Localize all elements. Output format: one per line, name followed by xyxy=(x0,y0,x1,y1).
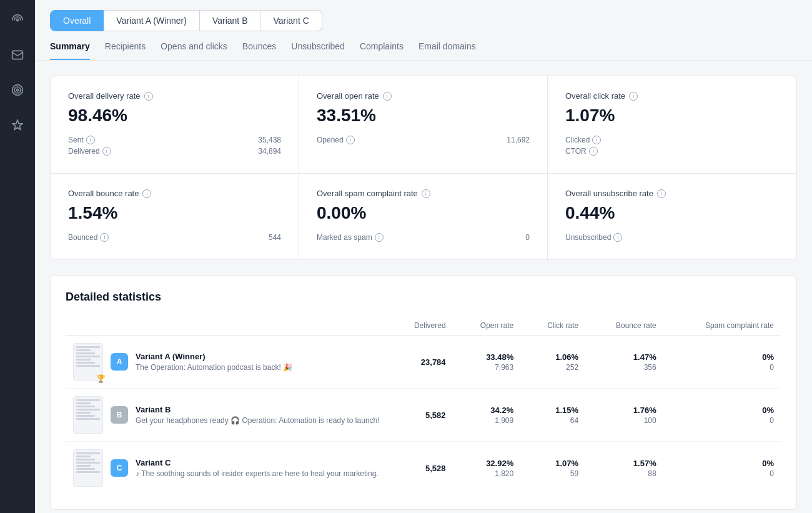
spam-label: Marked as spam xyxy=(317,233,372,242)
variant-b-thumbnail xyxy=(73,396,103,434)
metric-sent-row: Sent i 35,438 xyxy=(68,136,281,144)
sent-info-icon[interactable]: i xyxy=(86,136,95,144)
spam-rate-info-icon[interactable]: i xyxy=(422,189,430,198)
subtab-email-domains[interactable]: Email domains xyxy=(418,41,476,60)
subtab-summary[interactable]: Summary xyxy=(50,41,90,60)
table-row: 🏆 A Variant A (Winner) The Operation: Au… xyxy=(66,336,781,389)
svg-point-4 xyxy=(16,89,18,91)
svg-point-3 xyxy=(14,87,21,93)
subtab-opens-clicks[interactable]: Opens and clicks xyxy=(161,41,227,60)
unsub-info-icon[interactable]: i xyxy=(613,233,622,242)
clicked-info-icon[interactable]: i xyxy=(592,136,601,144)
subtab-complaints[interactable]: Complaints xyxy=(360,41,404,60)
metric-open-value: 33.51% xyxy=(317,106,530,126)
tab-variant-c[interactable]: Variant C xyxy=(260,10,322,31)
variant-b-click-rate: 1.15% 64 xyxy=(521,389,586,442)
svg-point-0 xyxy=(16,19,18,21)
metric-opened-row: Opened i 11,692 xyxy=(317,136,530,144)
metric-click-rate: Overall click rate i 1.07% Clicked i CTO xyxy=(548,76,796,173)
email-icon[interactable] xyxy=(7,45,27,65)
main-content: Overall Variant A (Winner) Variant B Var… xyxy=(35,0,812,513)
metric-clicked-row: Clicked i xyxy=(565,136,779,144)
broadcast-icon[interactable] xyxy=(7,10,27,30)
delivered-label: Delivered xyxy=(68,147,100,156)
tab-overall[interactable]: Overall xyxy=(50,10,104,31)
variant-c-spam-rate: 0% 0 xyxy=(664,442,781,495)
sub-tabs: Summary Recipients Opens and clicks Boun… xyxy=(35,31,812,61)
clicked-label: Clicked xyxy=(565,136,590,144)
bounce-rate-info-icon[interactable]: i xyxy=(142,189,151,198)
ctor-info-icon[interactable]: i xyxy=(589,147,598,156)
variant-b-delivered: 5,582 xyxy=(388,389,453,442)
bounced-value: 544 xyxy=(269,233,281,242)
metric-spam-value: 0.00% xyxy=(317,203,530,223)
section-title: Detailed statistics xyxy=(66,291,781,304)
variant-tabs: Overall Variant A (Winner) Variant B Var… xyxy=(35,0,812,31)
metrics-card: Overall delivery rate i 98.46% Sent i 35… xyxy=(50,76,797,260)
svg-rect-1 xyxy=(12,51,23,59)
variant-b-name: Variant B xyxy=(136,405,380,414)
metric-spam-rate: Overall spam complaint rate i 0.00% Mark… xyxy=(299,174,548,259)
target-icon[interactable] xyxy=(7,80,27,100)
opened-label: Opened xyxy=(317,136,344,144)
subtab-recipients[interactable]: Recipients xyxy=(105,41,146,60)
metric-unsub-value: 0.44% xyxy=(565,203,779,223)
delivered-info-icon[interactable]: i xyxy=(102,147,111,156)
variant-a-badge: A xyxy=(111,353,128,371)
variant-b-open-rate: 34.2% 1,909 xyxy=(453,389,522,442)
metric-spam-label: Overall spam complaint rate i xyxy=(317,189,530,198)
metric-bounce-label: Overall bounce rate i xyxy=(68,189,281,198)
subtab-unsubscribed[interactable]: Unsubscribed xyxy=(291,41,345,60)
metric-open-rate: Overall open rate i 33.51% Opened i 11,6… xyxy=(299,76,548,173)
click-rate-info-icon[interactable]: i xyxy=(629,92,638,101)
unsub-rate-info-icon[interactable]: i xyxy=(657,189,666,198)
variant-c-open-rate: 32.92% 1,820 xyxy=(453,442,522,495)
variant-b-bounce-rate: 1.76% 100 xyxy=(586,389,664,442)
tab-variant-a[interactable]: Variant A (Winner) xyxy=(104,10,200,31)
metric-delivered-row: Delivered i 34,894 xyxy=(68,147,281,156)
metric-delivery-label: Overall delivery rate i xyxy=(68,91,281,101)
opened-info-icon[interactable]: i xyxy=(346,136,355,144)
variant-c-thumbnail xyxy=(73,449,103,487)
variant-c-bounce-rate: 1.57% 88 xyxy=(586,442,664,495)
opened-value: 11,692 xyxy=(507,136,530,144)
variant-c-delivered: 5,528 xyxy=(388,442,453,495)
metric-ctor-row: CTOR i xyxy=(565,147,779,156)
col-bounce-rate: Bounce rate xyxy=(586,316,664,336)
table-header-row: Delivered Open rate Click rate Bounce ra… xyxy=(66,316,781,336)
sent-value: 35,438 xyxy=(258,136,281,144)
bounced-label: Bounced xyxy=(68,233,97,242)
detailed-statistics: Detailed statistics Delivered Open rate … xyxy=(50,275,797,510)
variant-c-cell: C Variant C ♪ The soothing sounds of ins… xyxy=(66,442,388,495)
variant-a-click-rate: 1.06% 252 xyxy=(521,336,586,389)
metric-delivery-value: 98.46% xyxy=(68,106,281,126)
metrics-row-1: Overall delivery rate i 98.46% Sent i 35… xyxy=(51,76,796,174)
variant-a-delivered: 23,784 xyxy=(388,336,453,389)
metric-click-label: Overall click rate i xyxy=(565,91,779,101)
stats-table: Delivered Open rate Click rate Bounce ra… xyxy=(66,316,781,494)
variant-c-click-rate: 1.07% 59 xyxy=(521,442,586,495)
table-row: B Variant B Get your headphones ready 🎧 … xyxy=(66,389,781,442)
metric-unsub-rate: Overall unsubscribe rate i 0.44% Unsubsc… xyxy=(548,174,796,259)
delivered-value: 34,894 xyxy=(258,147,281,156)
metric-open-label: Overall open rate i xyxy=(317,91,530,101)
metric-unsub-label: Overall unsubscribe rate i xyxy=(565,189,779,198)
sparkle-icon[interactable] xyxy=(7,115,27,135)
subtab-bounces[interactable]: Bounces xyxy=(242,41,276,60)
variant-a-name: Variant A (Winner) xyxy=(136,352,292,361)
open-rate-info-icon[interactable]: i xyxy=(383,92,392,101)
col-click-rate: Click rate xyxy=(521,316,586,336)
delivery-info-icon[interactable]: i xyxy=(144,92,153,101)
metric-click-value: 1.07% xyxy=(565,106,779,126)
bounced-info-icon[interactable]: i xyxy=(100,233,109,242)
variant-a-bounce-rate: 1.47% 356 xyxy=(586,336,664,389)
table-row: C Variant C ♪ The soothing sounds of ins… xyxy=(66,442,781,495)
metric-delivery-rate: Overall delivery rate i 98.46% Sent i 35… xyxy=(51,76,299,173)
spam-value: 0 xyxy=(525,233,530,242)
tab-variant-b[interactable]: Variant B xyxy=(200,10,261,31)
col-variant xyxy=(66,316,388,336)
metric-bounce-rate: Overall bounce rate i 1.54% Bounced i 54… xyxy=(51,174,299,259)
col-open-rate: Open rate xyxy=(453,316,522,336)
variant-c-badge: C xyxy=(111,459,128,477)
spam-info-icon[interactable]: i xyxy=(375,233,384,242)
